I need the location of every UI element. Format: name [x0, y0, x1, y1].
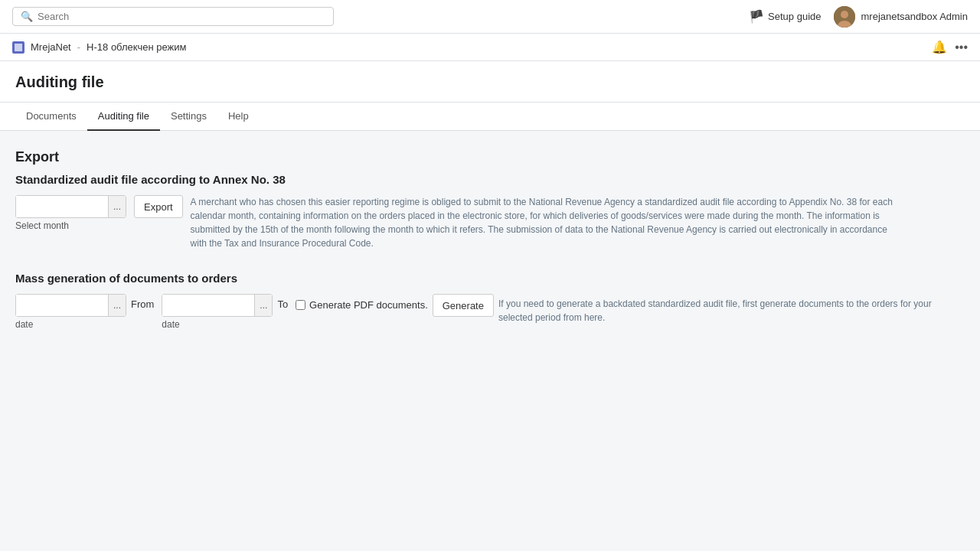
from-text: From [131, 298, 154, 310]
export-section-title: Export [15, 149, 965, 165]
from-date-wrap: ... date [15, 294, 126, 330]
tab-auditing-file[interactable]: Auditing file [87, 103, 160, 131]
generate-pdf-label[interactable]: Generate PDF documents. [309, 298, 428, 312]
mass-gen-section: Mass generation of documents to orders .… [15, 272, 965, 330]
export-info-text: A merchant who has chosen this easier re… [191, 195, 895, 250]
setup-guide-label: Setup guide [768, 11, 821, 22]
main-content: Export Standardized audit file according… [0, 131, 980, 546]
generate-pdf-wrap: Generate PDF documents. [296, 298, 428, 312]
to-date-label: date [162, 319, 273, 330]
more-options-icon[interactable]: ••• [955, 41, 968, 54]
export-section: Export Standardized audit file according… [15, 149, 965, 250]
generate-pdf-checkbox[interactable] [296, 300, 305, 310]
breadcrumb-bar: MrejaNet - Н-18 облекчен режим 🔔 ••• [0, 34, 980, 61]
to-text: To [277, 298, 288, 310]
generate-button[interactable]: Generate [433, 294, 494, 317]
select-month-label: Select month [15, 220, 126, 231]
setup-guide-button[interactable]: 🏴 Setup guide [749, 9, 821, 24]
breadcrumb-store[interactable]: MrejaNet [31, 41, 71, 53]
export-button[interactable]: Export [134, 195, 183, 218]
user-menu[interactable]: mrejanetsandbox Admin [834, 6, 968, 28]
from-date-input[interactable] [16, 295, 108, 316]
export-row: ... Select month Export A merchant who h… [15, 195, 965, 250]
breadcrumb-separator: - [77, 41, 80, 53]
to-date-wrap: ... date [162, 294, 273, 330]
tab-documents[interactable]: Documents [15, 103, 87, 131]
top-navigation: 🔍 🏴 Setup guide mrejanetsandbox Admin [0, 0, 980, 34]
from-date-label: date [15, 319, 126, 330]
mass-gen-row: ... date From ... date To Generate PDF d… [15, 294, 965, 330]
search-input[interactable] [38, 11, 325, 22]
mass-gen-title: Mass generation of documents to orders [15, 272, 965, 285]
breadcrumb-mode: Н-18 облекчен режим [87, 41, 186, 53]
to-date-button[interactable]: ... [254, 295, 272, 316]
svg-rect-3 [15, 44, 22, 51]
annex-subsection-title: Standardized audit file according to Ann… [15, 173, 965, 186]
notification-icon[interactable]: 🔔 [932, 40, 947, 54]
user-name: mrejanetsandbox Admin [861, 11, 968, 22]
month-input[interactable] [16, 196, 108, 217]
gen-info-text: If you need to generate a backdated stan… [498, 297, 942, 324]
search-icon: 🔍 [21, 11, 33, 22]
svg-point-1 [841, 11, 848, 18]
tab-settings[interactable]: Settings [160, 103, 217, 131]
store-icon [12, 41, 24, 54]
search-bar[interactable]: 🔍 [12, 7, 334, 26]
flag-icon: 🏴 [749, 9, 764, 24]
tabs-bar: Documents Auditing file Settings Help [0, 103, 980, 131]
avatar [834, 6, 855, 28]
month-picker-wrap[interactable]: ... [15, 195, 126, 218]
month-picker-button[interactable]: ... [108, 196, 126, 217]
from-date-button[interactable]: ... [108, 295, 126, 316]
page-header: Auditing file [0, 61, 980, 103]
to-date-input-wrap[interactable]: ... [162, 294, 273, 317]
from-date-input-wrap[interactable]: ... [15, 294, 126, 317]
to-date-input[interactable] [162, 295, 254, 316]
top-right-area: 🏴 Setup guide mrejanetsandbox Admin [749, 6, 968, 28]
page-title: Auditing file [15, 73, 965, 102]
tab-help[interactable]: Help [217, 103, 260, 131]
